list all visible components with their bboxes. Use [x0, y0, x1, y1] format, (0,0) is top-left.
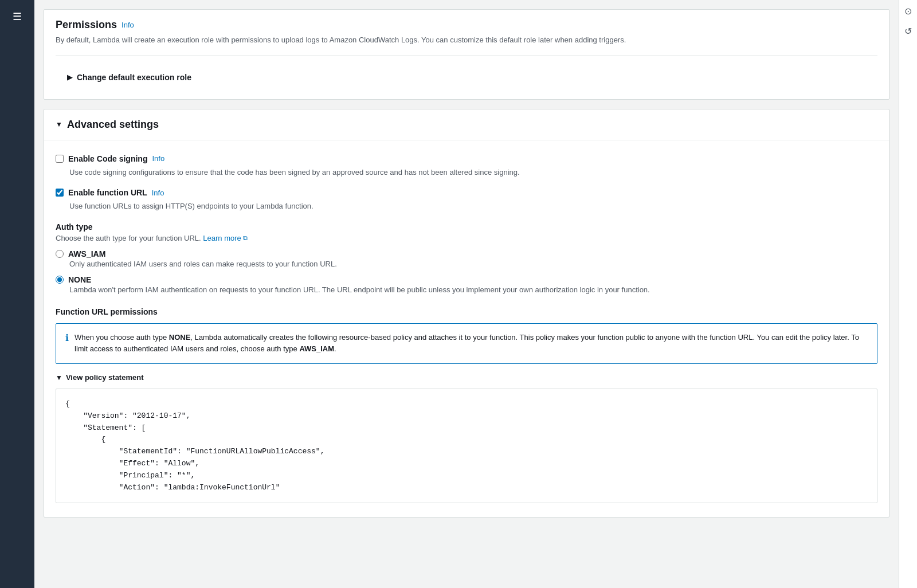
advanced-settings-title: Advanced settings — [67, 119, 159, 131]
enable-function-url-checkbox[interactable] — [56, 189, 64, 197]
enable-function-url-description: Use function URLs to assign HTTP(S) endp… — [69, 201, 877, 212]
info-box-content: When you choose auth type NONE, Lambda a… — [75, 332, 868, 356]
aws-iam-option: AWS_IAM Only authenticated IAM users and… — [56, 249, 877, 270]
auth-type-description: Choose the auth type for your function U… — [56, 234, 877, 242]
view-policy-header[interactable]: ▼ View policy statement — [56, 373, 877, 382]
aws-iam-radio-row: AWS_IAM — [56, 249, 877, 258]
advanced-settings-card: ▼ Advanced settings Enable Code signing … — [44, 109, 889, 518]
none-label[interactable]: NONE — [68, 275, 91, 284]
auth-type-desc-text: Choose the auth type for your function U… — [56, 234, 201, 242]
info-text-aws-iam-bold: AWS_IAM — [299, 344, 334, 353]
view-policy-section: ▼ View policy statement { "Version": "20… — [56, 373, 877, 503]
auth-type-learn-more-link[interactable]: Learn more ⧉ — [203, 234, 247, 242]
advanced-settings-header[interactable]: ▼ Advanced settings — [44, 109, 889, 140]
permissions-section: Permissions Info By default, Lambda will… — [44, 9, 889, 100]
enable-code-signing-description: Use code signing configurations to ensur… — [69, 167, 877, 178]
enable-function-url-label[interactable]: Enable function URL — [68, 188, 147, 197]
advanced-settings-content: Enable Code signing Info Use code signin… — [44, 140, 889, 518]
enable-code-signing-checkbox[interactable] — [56, 155, 64, 163]
enable-code-signing-label[interactable]: Enable Code signing — [68, 154, 147, 163]
hamburger-menu-icon[interactable]: ☰ — [8, 6, 26, 28]
function-url-permissions-section: Function URL permissions ℹ When you choo… — [56, 307, 877, 504]
info-text-before-none: When you choose auth type — [75, 333, 169, 342]
advanced-settings-chevron: ▼ — [56, 120, 62, 128]
enable-code-signing-row: Enable Code signing Info — [56, 154, 877, 163]
permissions-info-link[interactable]: Info — [122, 21, 134, 29]
function-url-permissions-info-box: ℹ When you choose auth type NONE, Lambda… — [56, 323, 877, 364]
view-policy-chevron: ▼ — [56, 374, 62, 382]
info-text-after-none: , Lambda automatically creates the follo… — [75, 333, 859, 354]
enable-code-signing-info-link[interactable]: Info — [152, 154, 164, 163]
aws-iam-radio[interactable] — [56, 250, 64, 258]
info-text-end: . — [334, 344, 336, 353]
auth-type-section: Auth type Choose the auth type for your … — [56, 222, 877, 296]
change-default-section: ▶ Change default execution role — [56, 65, 877, 90]
info-text-none-bold: NONE — [169, 333, 191, 342]
aws-iam-description: Only authenticated IAM users and roles c… — [69, 258, 877, 270]
external-link-icon: ⧉ — [243, 234, 248, 242]
enable-function-url-info-link[interactable]: Info — [152, 189, 164, 197]
permissions-title-row: Permissions Info — [56, 19, 877, 31]
permissions-heading: Permissions — [56, 19, 117, 31]
right-sidebar-refresh-icon[interactable]: ↺ — [904, 26, 912, 37]
none-radio-row: NONE — [56, 275, 877, 284]
none-radio[interactable] — [56, 276, 64, 284]
function-url-permissions-title: Function URL permissions — [56, 307, 877, 316]
change-default-label: Change default execution role — [77, 73, 191, 82]
info-box-icon: ℹ — [65, 332, 69, 343]
right-sidebar: ⊙ ↺ — [899, 0, 917, 588]
main-content: Permissions Info By default, Lambda will… — [34, 0, 899, 588]
learn-more-label: Learn more — [203, 234, 241, 242]
enable-function-url-row: Enable function URL Info — [56, 188, 877, 197]
auth-type-title: Auth type — [56, 222, 877, 232]
view-policy-label: View policy statement — [66, 373, 144, 382]
permissions-divider — [56, 55, 877, 56]
change-default-chevron: ▶ — [67, 73, 72, 81]
permissions-description: By default, Lambda will create an execut… — [56, 34, 877, 46]
policy-code-block: { "Version": "2012-10-17", "Statement": … — [56, 389, 877, 503]
none-option: NONE Lambda won't perform IAM authentica… — [56, 275, 877, 296]
left-sidebar: ☰ — [0, 0, 34, 588]
none-description: Lambda won't perform IAM authentication … — [69, 284, 877, 296]
change-default-header[interactable]: ▶ Change default execution role — [67, 73, 866, 82]
right-sidebar-info-icon[interactable]: ⊙ — [904, 6, 912, 17]
aws-iam-label[interactable]: AWS_IAM — [68, 249, 105, 258]
